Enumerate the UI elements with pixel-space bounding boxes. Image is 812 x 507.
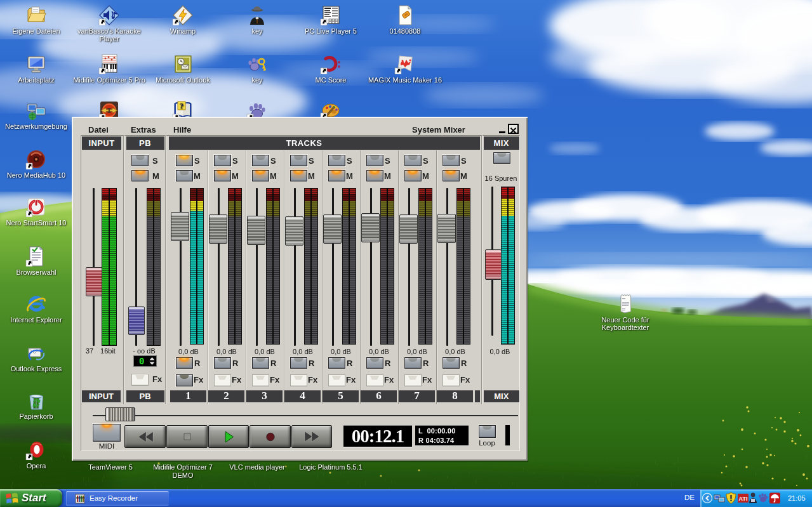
svg-text:?: ? bbox=[180, 102, 183, 110]
svg-text:21:05: 21:05 bbox=[788, 494, 806, 502]
svg-text:ATI: ATI bbox=[739, 496, 748, 502]
